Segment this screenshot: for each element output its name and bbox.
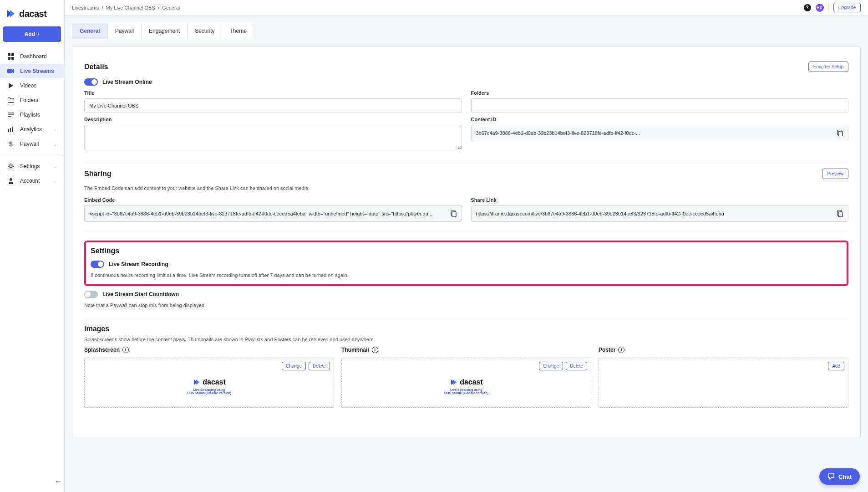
brand-logo[interactable]: dacast xyxy=(0,0,64,26)
sidebar-item-live-streams[interactable]: Live Streams xyxy=(0,64,64,78)
info-icon[interactable]: i xyxy=(372,347,378,353)
thumb-change-button[interactable]: Change xyxy=(539,362,563,370)
embed-field: <script id="3b67c4a9-3886-4eb1-d0eb-39b2… xyxy=(84,205,462,222)
svg-rect-3 xyxy=(11,57,14,60)
svg-rect-9 xyxy=(10,128,11,132)
sharelink-field: https://iframe.dacast.com/live/3b67c4a9-… xyxy=(471,205,849,222)
poster-box: Add xyxy=(599,358,848,408)
splash-delete-button[interactable]: Delete xyxy=(309,362,330,370)
avatar[interactable]: HD xyxy=(816,4,824,12)
collapse-sidebar-icon[interactable]: ← xyxy=(55,477,62,486)
chevron-down-icon: ⌄ xyxy=(53,127,57,132)
upgrade-button[interactable]: Upgrade xyxy=(833,3,861,12)
topbar: Livestreams / My Live Channel OBS / Gene… xyxy=(65,0,868,15)
preview-button[interactable]: Preview xyxy=(822,169,848,179)
analytics-icon xyxy=(7,126,15,133)
svg-rect-10 xyxy=(12,127,13,132)
dacast-logo-icon xyxy=(193,378,201,386)
live-stream-online-toggle[interactable] xyxy=(84,78,98,86)
help-icon[interactable]: ? xyxy=(804,4,811,11)
brand-name: dacast xyxy=(19,9,46,19)
thumbnail-label: Thumbnail xyxy=(341,347,369,353)
live-stream-online-label: Live Stream Online xyxy=(102,79,152,85)
description-label: Description xyxy=(84,117,462,122)
images-heading: Images xyxy=(84,325,848,333)
sidebar-item-label: Paywall xyxy=(20,141,39,147)
tab-engagement[interactable]: Engagement xyxy=(142,23,188,39)
thumbnail-box: Change Delete dacast Live Streaming usin… xyxy=(341,358,591,408)
sidebar-item-analytics[interactable]: Analytics ⌄ xyxy=(0,122,64,137)
chevron-down-icon: ⌄ xyxy=(53,179,57,184)
tab-general[interactable]: General xyxy=(72,23,108,39)
svg-rect-1 xyxy=(11,53,14,56)
sidebar-item-settings[interactable]: Settings ⌄ xyxy=(0,159,64,174)
copy-icon[interactable] xyxy=(836,210,843,217)
svg-rect-14 xyxy=(838,131,843,136)
splash-change-button[interactable]: Change xyxy=(282,362,306,370)
sidebar-item-account[interactable]: Account ⌄ xyxy=(0,174,64,188)
sidebar-item-label: Account xyxy=(20,178,40,184)
sidebar-item-label: Playlists xyxy=(20,112,40,118)
thumb-delete-button[interactable]: Delete xyxy=(566,362,587,370)
countdown-toggle[interactable] xyxy=(84,291,98,298)
breadcrumb-channel[interactable]: My Live Channel OBS xyxy=(106,5,155,10)
settings-heading: Settings xyxy=(91,247,842,255)
divider xyxy=(828,3,829,12)
splashscreen-box: Change Delete dacast Live Streaming usin… xyxy=(84,358,334,408)
svg-rect-4 xyxy=(7,69,12,73)
section-images: Images Splashscreens show before the con… xyxy=(84,319,848,419)
contentid-label: Content ID xyxy=(471,117,849,122)
chat-label: Chat xyxy=(838,473,852,480)
sidebar-item-label: Folders xyxy=(20,97,38,103)
images-note: Splashscreens show before the content pl… xyxy=(84,337,848,342)
chevron-down-icon: ⌄ xyxy=(53,142,57,147)
description-input[interactable] xyxy=(84,125,462,150)
info-icon[interactable]: i xyxy=(618,347,624,353)
splashscreen-col: Splashscreen i Change Delete xyxy=(84,347,334,408)
breadcrumb-livestreams[interactable]: Livestreams xyxy=(72,5,99,10)
section-sharing: Sharing Preview The Embed Code can add c… xyxy=(84,163,848,233)
sidebar-item-label: Settings xyxy=(20,163,40,169)
svg-rect-18 xyxy=(838,212,843,217)
tab-theme[interactable]: Theme xyxy=(222,23,254,39)
folders-input[interactable] xyxy=(471,98,849,113)
info-icon[interactable]: i xyxy=(122,347,129,353)
title-input[interactable] xyxy=(84,98,462,113)
sidebar-item-paywall[interactable]: $ Paywall ⌄ xyxy=(0,137,64,151)
settings-highlight: Settings Live Stream Recording 8 continu… xyxy=(84,241,848,286)
sharelink-label: Share Link xyxy=(471,197,849,203)
sidebar-item-videos[interactable]: Videos xyxy=(0,78,64,93)
splashscreen-label: Splashscreen xyxy=(84,347,120,353)
recording-note: 8 continuous hours recording limit at a … xyxy=(91,272,842,278)
chat-widget[interactable]: Chat xyxy=(819,468,860,485)
copy-icon[interactable] xyxy=(450,210,457,217)
sidebar-item-folders[interactable]: Folders xyxy=(0,93,64,108)
main-content: Livestreams / My Live Channel OBS / Gene… xyxy=(65,0,868,492)
live-stream-recording-label: Live Stream Recording xyxy=(109,261,168,267)
tabs: General Paywall Engagement Security Them… xyxy=(72,23,254,39)
sidebar-item-dashboard[interactable]: Dashboard xyxy=(0,49,64,64)
chevron-down-icon: ⌄ xyxy=(53,164,57,169)
encoder-setup-button[interactable]: Encoder Setup xyxy=(808,62,848,72)
section-details: Details Encoder Setup Live Stream Online… xyxy=(84,56,848,163)
poster-label: Poster xyxy=(599,347,615,353)
svg-rect-16 xyxy=(452,212,456,217)
camera-icon xyxy=(7,67,15,75)
chat-icon xyxy=(827,473,835,480)
embed-value: <script id="3b67c4a9-3886-4eb1-d0eb-39b2… xyxy=(89,211,446,216)
sidebar-item-label: Live Streams xyxy=(20,68,54,74)
thumbnail-col: Thumbnail i Change Delete xyxy=(341,347,591,408)
folders-label: Folders xyxy=(471,90,849,96)
person-icon xyxy=(7,177,15,184)
sidebar-nav: Dashboard Live Streams Videos Folders Pl… xyxy=(0,46,64,188)
copy-icon[interactable] xyxy=(836,129,843,137)
add-button[interactable]: Add + xyxy=(3,26,61,42)
countdown-label: Live Stream Start Countdown xyxy=(102,291,179,297)
dacast-logo-icon xyxy=(5,8,16,19)
tab-paywall[interactable]: Paywall xyxy=(108,23,142,39)
live-stream-recording-toggle[interactable] xyxy=(91,261,104,268)
poster-add-button[interactable]: Add xyxy=(828,362,844,370)
tab-security[interactable]: Security xyxy=(188,23,222,39)
sidebar-item-playlists[interactable]: Playlists xyxy=(0,108,64,122)
folder-icon xyxy=(7,97,15,104)
